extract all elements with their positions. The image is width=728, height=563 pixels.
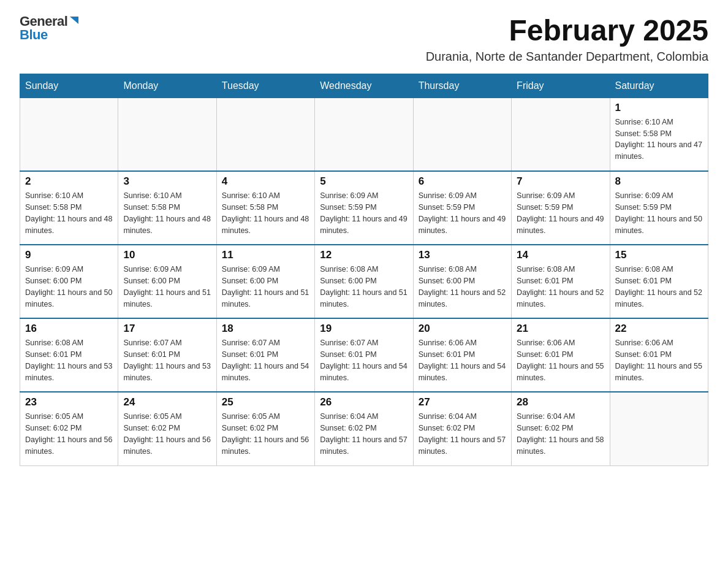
calendar-cell: 11Sunrise: 6:09 AMSunset: 6:00 PMDayligh…: [216, 245, 314, 318]
calendar-cell: 17Sunrise: 6:07 AMSunset: 6:01 PMDayligh…: [118, 318, 216, 392]
calendar-cell: 3Sunrise: 6:10 AMSunset: 5:58 PMDaylight…: [118, 171, 216, 245]
day-info: Sunrise: 6:05 AMSunset: 6:02 PMDaylight:…: [123, 411, 211, 457]
calendar-cell: 14Sunrise: 6:08 AMSunset: 6:01 PMDayligh…: [512, 245, 610, 318]
calendar-cell: 2Sunrise: 6:10 AMSunset: 5:58 PMDaylight…: [20, 171, 118, 245]
day-info: Sunrise: 6:05 AMSunset: 6:02 PMDaylight:…: [25, 411, 113, 457]
calendar-cell: 10Sunrise: 6:09 AMSunset: 6:00 PMDayligh…: [118, 245, 216, 318]
weekday-header-row: SundayMondayTuesdayWednesdayThursdayFrid…: [20, 74, 708, 98]
calendar-header: SundayMondayTuesdayWednesdayThursdayFrid…: [20, 74, 708, 98]
day-number: 9: [25, 249, 113, 261]
calendar-cell: 25Sunrise: 6:05 AMSunset: 6:02 PMDayligh…: [216, 392, 314, 465]
day-number: 22: [615, 323, 703, 335]
day-info: Sunrise: 6:04 AMSunset: 6:02 PMDaylight:…: [419, 411, 506, 457]
logo: General Blue: [20, 15, 80, 42]
day-number: 1: [615, 102, 703, 114]
day-number: 18: [222, 323, 309, 335]
calendar-cell: 19Sunrise: 6:07 AMSunset: 6:01 PMDayligh…: [315, 318, 413, 392]
calendar-cell: 8Sunrise: 6:09 AMSunset: 5:59 PMDaylight…: [610, 171, 708, 245]
calendar-cell: [610, 392, 708, 465]
calendar-cell: [315, 98, 413, 171]
day-number: 15: [615, 249, 703, 261]
calendar-week-3: 9Sunrise: 6:09 AMSunset: 6:00 PMDaylight…: [20, 245, 708, 318]
day-info: Sunrise: 6:09 AMSunset: 6:00 PMDaylight:…: [222, 264, 309, 310]
day-info: Sunrise: 6:07 AMSunset: 6:01 PMDaylight:…: [222, 337, 309, 383]
day-info: Sunrise: 6:09 AMSunset: 6:00 PMDaylight:…: [123, 264, 211, 310]
day-info: Sunrise: 6:08 AMSunset: 6:00 PMDaylight:…: [419, 264, 506, 310]
day-number: 8: [615, 175, 703, 188]
day-number: 16: [25, 323, 113, 335]
day-number: 5: [320, 175, 408, 188]
day-number: 17: [123, 323, 211, 335]
day-info: Sunrise: 6:08 AMSunset: 6:01 PMDaylight:…: [615, 264, 703, 310]
calendar-cell: 22Sunrise: 6:06 AMSunset: 6:01 PMDayligh…: [610, 318, 708, 392]
day-info: Sunrise: 6:10 AMSunset: 5:58 PMDaylight:…: [123, 190, 211, 236]
calendar-cell: 7Sunrise: 6:09 AMSunset: 5:59 PMDaylight…: [512, 171, 610, 245]
day-info: Sunrise: 6:04 AMSunset: 6:02 PMDaylight:…: [320, 411, 408, 457]
calendar-table: SundayMondayTuesdayWednesdayThursdayFrid…: [20, 74, 708, 466]
day-info: Sunrise: 6:09 AMSunset: 6:00 PMDaylight:…: [25, 264, 113, 310]
page-header: General Blue February 2025 Durania, Nort…: [20, 15, 708, 64]
logo-arrow-icon: [69, 15, 80, 26]
day-number: 25: [222, 396, 309, 408]
day-number: 7: [517, 175, 604, 188]
calendar-week-1: 1Sunrise: 6:10 AMSunset: 5:58 PMDaylight…: [20, 98, 708, 171]
calendar-cell: 12Sunrise: 6:08 AMSunset: 6:00 PMDayligh…: [315, 245, 413, 318]
calendar-week-4: 16Sunrise: 6:08 AMSunset: 6:01 PMDayligh…: [20, 318, 708, 392]
subtitle: Durania, Norte de Santander Department, …: [426, 50, 708, 64]
day-number: 21: [517, 323, 604, 335]
calendar-cell: 16Sunrise: 6:08 AMSunset: 6:01 PMDayligh…: [20, 318, 118, 392]
calendar-cell: [20, 98, 118, 171]
day-number: 3: [123, 175, 211, 188]
day-number: 11: [222, 249, 309, 261]
day-number: 10: [123, 249, 211, 261]
weekday-header-thursday: Thursday: [413, 74, 511, 98]
day-number: 12: [320, 249, 408, 261]
calendar-cell: [118, 98, 216, 171]
weekday-header-monday: Monday: [118, 74, 216, 98]
calendar-week-5: 23Sunrise: 6:05 AMSunset: 6:02 PMDayligh…: [20, 392, 708, 465]
day-info: Sunrise: 6:10 AMSunset: 5:58 PMDaylight:…: [615, 117, 703, 163]
calendar-cell: 18Sunrise: 6:07 AMSunset: 6:01 PMDayligh…: [216, 318, 314, 392]
day-info: Sunrise: 6:10 AMSunset: 5:58 PMDaylight:…: [25, 190, 113, 236]
day-number: 13: [419, 249, 506, 261]
day-number: 28: [517, 396, 604, 408]
day-info: Sunrise: 6:04 AMSunset: 6:02 PMDaylight:…: [517, 411, 604, 457]
day-info: Sunrise: 6:06 AMSunset: 6:01 PMDaylight:…: [419, 337, 506, 383]
day-info: Sunrise: 6:10 AMSunset: 5:58 PMDaylight:…: [222, 190, 309, 236]
calendar-body: 1Sunrise: 6:10 AMSunset: 5:58 PMDaylight…: [20, 98, 708, 465]
calendar-cell: 20Sunrise: 6:06 AMSunset: 6:01 PMDayligh…: [413, 318, 511, 392]
day-info: Sunrise: 6:06 AMSunset: 6:01 PMDaylight:…: [517, 337, 604, 383]
logo-blue-text: Blue: [20, 27, 48, 42]
day-info: Sunrise: 6:08 AMSunset: 6:01 PMDaylight:…: [25, 337, 113, 383]
day-number: 20: [419, 323, 506, 335]
calendar-cell: [413, 98, 511, 171]
day-info: Sunrise: 6:08 AMSunset: 6:00 PMDaylight:…: [320, 264, 408, 310]
day-info: Sunrise: 6:06 AMSunset: 6:01 PMDaylight:…: [615, 337, 703, 383]
day-info: Sunrise: 6:05 AMSunset: 6:02 PMDaylight:…: [222, 411, 309, 457]
weekday-header-tuesday: Tuesday: [216, 74, 314, 98]
weekday-header-saturday: Saturday: [610, 74, 708, 98]
day-number: 27: [419, 396, 506, 408]
calendar-cell: 24Sunrise: 6:05 AMSunset: 6:02 PMDayligh…: [118, 392, 216, 465]
title-block: February 2025 Durania, Norte de Santande…: [426, 15, 708, 64]
day-info: Sunrise: 6:09 AMSunset: 5:59 PMDaylight:…: [419, 190, 506, 236]
calendar-cell: [512, 98, 610, 171]
day-number: 23: [25, 396, 113, 408]
calendar-cell: [216, 98, 314, 171]
day-number: 19: [320, 323, 408, 335]
svg-marker-0: [70, 17, 78, 24]
calendar-cell: 1Sunrise: 6:10 AMSunset: 5:58 PMDaylight…: [610, 98, 708, 171]
calendar-cell: 27Sunrise: 6:04 AMSunset: 6:02 PMDayligh…: [413, 392, 511, 465]
day-info: Sunrise: 6:08 AMSunset: 6:01 PMDaylight:…: [517, 264, 604, 310]
day-info: Sunrise: 6:07 AMSunset: 6:01 PMDaylight:…: [320, 337, 408, 383]
day-info: Sunrise: 6:09 AMSunset: 5:59 PMDaylight:…: [615, 190, 703, 236]
calendar-cell: 6Sunrise: 6:09 AMSunset: 5:59 PMDaylight…: [413, 171, 511, 245]
day-number: 2: [25, 175, 113, 188]
calendar-cell: 21Sunrise: 6:06 AMSunset: 6:01 PMDayligh…: [512, 318, 610, 392]
weekday-header-sunday: Sunday: [20, 74, 118, 98]
weekday-header-friday: Friday: [512, 74, 610, 98]
calendar-cell: 28Sunrise: 6:04 AMSunset: 6:02 PMDayligh…: [512, 392, 610, 465]
logo-general-text: General: [20, 15, 67, 28]
day-number: 6: [419, 175, 506, 188]
calendar-cell: 15Sunrise: 6:08 AMSunset: 6:01 PMDayligh…: [610, 245, 708, 318]
